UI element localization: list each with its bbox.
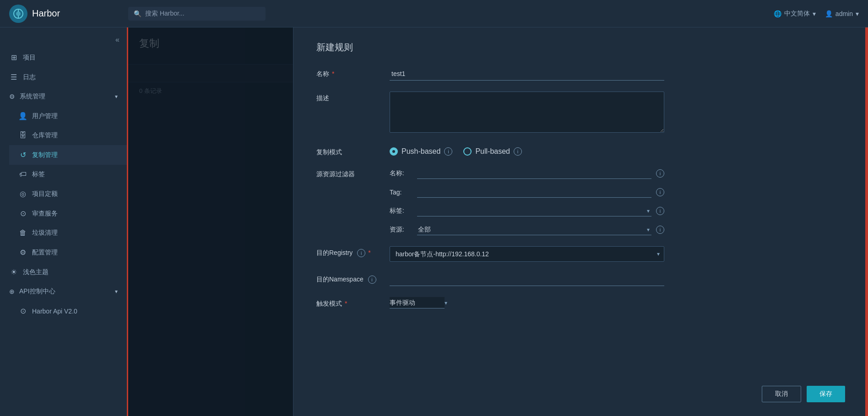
name-input[interactable]: [390, 67, 664, 81]
lang-chevron-icon: ▾: [813, 10, 816, 17]
sidebar-item-harbor-api[interactable]: ⊙ Harbor Api V2.0: [9, 301, 127, 321]
sidebar-collapse-button[interactable]: «: [0, 32, 127, 48]
filter-resource-info-icon[interactable]: i: [656, 226, 664, 234]
trigger-label: 触发模式 *: [316, 297, 390, 308]
filter-tag-input[interactable]: [417, 186, 651, 198]
registry-info-icon[interactable]: i: [357, 249, 365, 257]
sidebar-label-config: 配置管理: [32, 249, 58, 257]
user-mgmt-icon: 👤: [18, 112, 27, 120]
filter-labels-info-icon[interactable]: i: [656, 207, 664, 215]
sidebar-label-labels: 标签: [32, 170, 45, 178]
language-selector[interactable]: 🌐 中文简体 ▾: [774, 10, 816, 18]
sidebar-item-theme[interactable]: ☀ 浅色主题: [0, 262, 127, 282]
sidebar-item-projects[interactable]: ⊞ 项目: [0, 48, 127, 67]
sidebar-item-config[interactable]: ⚙ 配置管理: [9, 243, 127, 262]
sidebar-item-replication[interactable]: ↺ 复制管理: [9, 145, 127, 165]
repo-mgmt-icon: 🗄: [18, 131, 27, 140]
filter-labels-label: 标签:: [390, 207, 412, 215]
topbar: Harbor 🔍 搜索 Harbor... 🌐 中文简体 ▾ 👤 admin ▾: [0, 0, 868, 27]
pull-info-icon[interactable]: i: [514, 147, 522, 156]
search-placeholder: 搜索 Harbor...: [145, 10, 184, 18]
sidebar-item-logs[interactable]: ☰ 日志: [0, 67, 127, 87]
filter-row-name: 名称: i: [390, 167, 664, 179]
sidebar-item-user-mgmt[interactable]: 👤 用户管理: [9, 106, 127, 126]
registry-select-wrapper: harbor备节点-http://192.168.0.12 ▾: [390, 246, 664, 262]
registry-required-mark: *: [368, 249, 370, 256]
filter-resource-select[interactable]: 全部 镜像 Helm Chart: [417, 224, 651, 235]
form-row-name: 名称 *: [316, 67, 845, 81]
sidebar-item-quota[interactable]: ◎ 项目定额: [9, 184, 127, 204]
sidebar-label-replication: 复制管理: [32, 151, 58, 159]
name-required-mark: *: [332, 70, 334, 77]
sidebar-item-system-admin[interactable]: ⚙ 系统管理 ▾: [0, 87, 127, 106]
sidebar-label-logs: 日志: [23, 73, 36, 81]
sidebar-item-api[interactable]: ⊕ API控制中心 ▾: [0, 282, 127, 301]
sidebar-api-sub: ⊙ Harbor Api V2.0: [0, 301, 127, 321]
topbar-right: 🌐 中文简体 ▾ 👤 admin ▾: [774, 10, 859, 18]
filter-labels-select-wrapper: ▾: [417, 205, 651, 216]
lang-label: 中文简体: [784, 10, 810, 18]
namespace-input[interactable]: [390, 273, 664, 286]
trigger-field: 事件驱动 手动 定时 ▾: [390, 297, 664, 308]
filter-name-info-icon[interactable]: i: [656, 169, 664, 178]
filter-tag-info-icon[interactable]: i: [656, 188, 664, 196]
sidebar-label-trash: 垃圾清理: [32, 229, 58, 237]
search-icon: 🔍: [134, 10, 141, 17]
filter-name-input[interactable]: [417, 167, 651, 179]
namespace-info-icon[interactable]: i: [368, 276, 376, 284]
filter-row-tag: Tag: i: [390, 186, 664, 198]
name-label: 名称 *: [316, 67, 390, 78]
form-row-filter: 源资源过滤器 名称: i Tag: i: [316, 167, 845, 235]
search-bar[interactable]: 🔍 搜索 Harbor...: [128, 7, 266, 21]
sidebar-label-harbor-api: Harbor Api V2.0: [32, 308, 77, 315]
trash-icon: 🗑: [18, 229, 27, 237]
config-icon: ⚙: [18, 248, 27, 257]
form-row-desc: 描述: [316, 92, 845, 135]
sidebar-item-trash[interactable]: 🗑 垃圾清理: [9, 223, 127, 243]
form-row-trigger: 触发模式 * 事件驱动 手动 定时 ▾: [316, 297, 845, 308]
trigger-required-mark: *: [345, 300, 347, 307]
sidebar-item-audit[interactable]: ⊙ 审查服务: [9, 204, 127, 223]
sidebar-sub-items: 👤 用户管理 🗄 仓库管理 ↺ 复制管理 🏷 标签 ◎ 项目定额 ⊙ 审查服务: [0, 106, 127, 262]
push-based-option[interactable]: Push-based i: [390, 147, 452, 156]
desc-field: [390, 92, 664, 135]
user-chevron-icon: ▾: [856, 10, 859, 17]
pull-based-label: Pull-based: [475, 147, 510, 156]
trigger-select-wrapper: 事件驱动 手动 定时 ▾: [390, 297, 447, 308]
save-button[interactable]: 保存: [807, 386, 845, 402]
cancel-button[interactable]: 取消: [762, 386, 801, 402]
sidebar-label-user-mgmt: 用户管理: [32, 112, 58, 120]
desc-textarea[interactable]: [390, 92, 664, 133]
modal-footer: 取消 保存: [293, 377, 868, 416]
create-rule-modal: 新建规则 名称 * 描述: [293, 27, 868, 416]
desc-label: 描述: [316, 92, 390, 103]
registry-select[interactable]: harbor备节点-http://192.168.0.12: [390, 246, 664, 262]
name-field: [390, 67, 664, 81]
filter-labels-select[interactable]: [417, 205, 651, 216]
harbor-api-icon: ⊙: [18, 307, 27, 315]
pull-based-option[interactable]: Pull-based i: [463, 147, 522, 156]
logs-icon: ☰: [9, 73, 18, 81]
modal-title: 新建规则: [316, 41, 845, 54]
filter-resource-select-wrapper: 全部 镜像 Helm Chart ▾: [417, 224, 651, 235]
user-menu[interactable]: 👤 admin ▾: [825, 10, 859, 17]
sidebar-item-labels[interactable]: 🏷 标签: [9, 165, 127, 184]
registry-field: harbor备节点-http://192.168.0.12 ▾: [390, 246, 664, 262]
push-info-icon[interactable]: i: [444, 147, 452, 156]
filter-label: 源资源过滤器: [316, 167, 390, 178]
registry-label: 目的Registry i *: [316, 246, 390, 257]
sidebar-label-theme: 浅色主题: [23, 268, 49, 276]
mode-field: Push-based i Pull-based i: [390, 146, 664, 156]
api-icon: ⊕: [9, 288, 15, 295]
namespace-field: [390, 273, 664, 286]
push-based-radio[interactable]: [390, 147, 398, 156]
replication-mode-group: Push-based i Pull-based i: [390, 146, 664, 156]
push-based-label: Push-based: [401, 147, 440, 156]
filter-grid: 名称: i Tag: i 标签:: [390, 167, 664, 235]
trigger-select[interactable]: 事件驱动 手动 定时: [390, 297, 445, 308]
main-layout: « ⊞ 项目 ☰ 日志 ⚙ 系统管理 ▾ 👤 用户管理 🗄 仓库管理 ↺: [0, 27, 868, 416]
pull-based-radio[interactable]: [463, 147, 472, 156]
sidebar-item-repo-mgmt[interactable]: 🗄 仓库管理: [9, 126, 127, 145]
sidebar-label-api: API控制中心: [19, 287, 55, 296]
svg-point-1: [16, 11, 21, 16]
